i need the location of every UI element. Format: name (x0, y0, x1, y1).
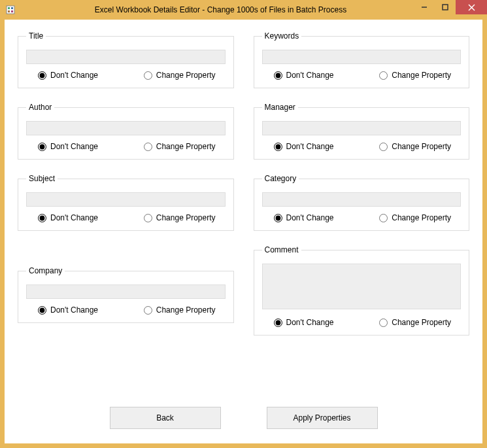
category-input[interactable] (262, 192, 462, 207)
titlebar[interactable]: Excel Workbook Details Editor - Change 1… (0, 0, 487, 20)
app-window: Excel Workbook Details Editor - Change 1… (0, 0, 487, 448)
minimize-button[interactable] (414, 0, 435, 14)
keywords-group: Keywords Don't Change Change Property (254, 31, 470, 88)
subject-group: Subject Don't Change Change Property (18, 174, 234, 231)
comment-group: Comment Don't Change Change Property (254, 245, 470, 336)
title-dont-change-radio[interactable]: Don't Change (38, 71, 98, 80)
manager-legend: Manager (262, 103, 298, 112)
keywords-dont-change-radio[interactable]: Don't Change (274, 71, 334, 80)
manager-input[interactable] (262, 121, 462, 135)
comment-legend: Comment (262, 245, 301, 254)
manager-dont-change-radio[interactable]: Don't Change (274, 142, 334, 151)
category-change-property-radio[interactable]: Change Property (379, 213, 451, 222)
app-icon (5, 5, 16, 15)
right-column: Keywords Don't Change Change Property (254, 31, 470, 350)
manager-change-property-radio[interactable]: Change Property (379, 142, 451, 151)
author-legend: Author (26, 103, 54, 112)
author-change-property-radio[interactable]: Change Property (144, 142, 216, 151)
company-change-property-radio[interactable]: Change Property (144, 305, 216, 315)
company-legend: Company (26, 266, 65, 275)
svg-rect-3 (8, 10, 10, 12)
category-legend: Category (262, 174, 299, 183)
left-column: Title Don't Change Change Property (18, 31, 234, 350)
maximize-button[interactable] (435, 0, 456, 14)
title-input[interactable] (26, 50, 226, 64)
comment-change-property-radio[interactable]: Change Property (379, 318, 451, 327)
close-button[interactable] (456, 0, 487, 14)
subject-dont-change-radio[interactable]: Don't Change (38, 213, 98, 222)
manager-group: Manager Don't Change Change Property (254, 103, 470, 160)
svg-rect-4 (11, 10, 13, 12)
comment-input[interactable] (262, 264, 462, 309)
category-dont-change-radio[interactable]: Don't Change (274, 213, 334, 222)
apply-properties-button[interactable]: Apply Properties (267, 407, 378, 429)
window-controls (414, 0, 487, 14)
title-group: Title Don't Change Change Property (18, 31, 234, 88)
author-dont-change-radio[interactable]: Don't Change (38, 142, 98, 151)
title-change-property-radio[interactable]: Change Property (144, 71, 216, 80)
spacer (18, 245, 234, 266)
category-group: Category Don't Change Change Property (254, 174, 470, 231)
svg-rect-2 (11, 7, 13, 9)
company-group: Company Don't Change Change Property (18, 266, 234, 323)
author-group: Author Don't Change Change Property (18, 103, 234, 160)
subject-change-property-radio[interactable]: Change Property (144, 213, 216, 222)
svg-rect-6 (443, 5, 448, 10)
company-dont-change-radio[interactable]: Don't Change (38, 305, 98, 315)
company-input[interactable] (26, 284, 226, 299)
svg-rect-0 (7, 6, 14, 14)
keywords-change-property-radio[interactable]: Change Property (379, 71, 451, 80)
subject-legend: Subject (26, 174, 58, 183)
keywords-input[interactable] (262, 50, 462, 64)
button-row: Back Apply Properties (5, 407, 482, 429)
comment-dont-change-radio[interactable]: Don't Change (274, 318, 334, 327)
client-area: Title Don't Change Change Property (5, 20, 482, 443)
keywords-legend: Keywords (262, 31, 302, 41)
title-legend: Title (26, 31, 46, 41)
subject-input[interactable] (26, 192, 226, 207)
form-columns: Title Don't Change Change Property (18, 31, 469, 350)
svg-rect-1 (8, 7, 10, 9)
author-input[interactable] (26, 121, 226, 135)
back-button[interactable]: Back (110, 407, 221, 429)
